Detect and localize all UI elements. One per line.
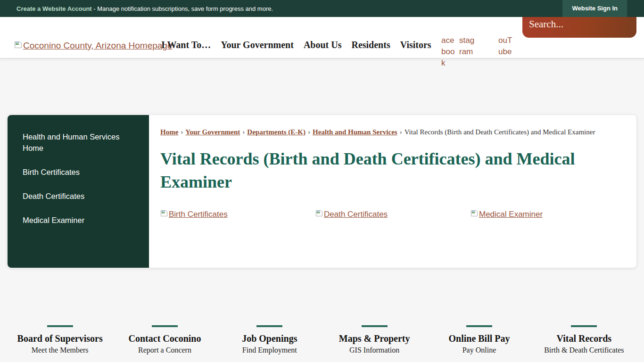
- sidebar-item-medical-examiner[interactable]: Medical Examiner: [23, 214, 136, 226]
- footer-subtitle: Find Employment: [217, 346, 322, 354]
- search-input[interactable]: [529, 18, 623, 30]
- footer-online-bill-pay[interactable]: Online Bill Pay Pay Online: [427, 325, 531, 354]
- footer-subtitle: Report a Concern: [112, 346, 217, 354]
- footer-accent-bar: [362, 325, 388, 327]
- homepage-logo-link[interactable]: Coconino County, Arizona Homepage: [14, 41, 173, 51]
- birth-certificates-link[interactable]: Birth Certificates: [160, 210, 228, 219]
- link-label: Medical Examiner: [479, 210, 543, 219]
- footer-contact-coconino[interactable]: Contact Coconino Report a Concern: [112, 325, 217, 354]
- footer-title: Job Openings: [217, 333, 322, 344]
- breadcrumb-home[interactable]: Home: [160, 128, 178, 136]
- sidebar-item-death-certificates[interactable]: Death Certificates: [23, 190, 136, 202]
- nav-i-want-to[interactable]: I Want To…: [161, 40, 211, 50]
- footer-title: Board of Supervisors: [8, 333, 112, 344]
- breadcrumb-separator: ›: [305, 128, 313, 136]
- nav-residents[interactable]: Residents: [351, 40, 390, 50]
- footer-subtitle: Birth & Death Certificates: [532, 346, 636, 354]
- main-content-panel: Health and Human Services Home Birth Cer…: [8, 115, 636, 268]
- content-area: Home›Your Government›Departments (E-K)›H…: [149, 115, 641, 268]
- breadcrumb-separator: ›: [240, 128, 247, 136]
- sidebar-item-hhs-home[interactable]: Health and Human Services Home: [23, 131, 136, 154]
- footer-quicklinks: Board of Supervisors Meet the Members Co…: [8, 325, 636, 354]
- search-box: [522, 16, 636, 38]
- broken-image-icon: [160, 210, 168, 219]
- nav-visitors[interactable]: Visitors: [400, 40, 431, 50]
- logo-alt-text: Coconino County, Arizona Homepage: [23, 41, 173, 51]
- left-sidebar: Health and Human Services Home Birth Cer…: [8, 115, 149, 268]
- header: Create a Website Account - Manage notifi…: [0, 0, 644, 58]
- footer-subtitle: GIS Information: [322, 346, 427, 354]
- facebook-link[interactable]: ace boo k: [441, 35, 457, 69]
- death-certificates-link[interactable]: Death Certificates: [315, 210, 388, 219]
- footer-accent-bar: [152, 325, 178, 327]
- breadcrumb-hhs[interactable]: Health and Human Services: [313, 128, 397, 136]
- link-label: Death Certificates: [324, 210, 388, 219]
- nav-about-us[interactable]: About Us: [304, 40, 342, 50]
- footer-title: Vital Records: [532, 333, 636, 344]
- breadcrumb-your-government[interactable]: Your Government: [185, 128, 240, 136]
- medical-examiner-link[interactable]: Medical Examiner: [471, 210, 543, 219]
- broken-image-icon: [14, 41, 22, 51]
- footer-title: Online Bill Pay: [427, 333, 531, 344]
- footer-title: Maps & Property: [322, 333, 427, 344]
- broken-image-icon: [471, 210, 478, 219]
- footer-vital-records[interactable]: Vital Records Birth & Death Certificates: [532, 325, 636, 354]
- breadcrumb-current: Vital Records (Birth and Death Certifica…: [405, 128, 595, 136]
- create-account-link[interactable]: Create a Website Account: [17, 5, 92, 12]
- footer-accent-bar: [256, 325, 282, 327]
- youtube-link[interactable]: ouT ube: [498, 35, 516, 58]
- footer-title: Contact Coconino: [112, 333, 217, 344]
- footer-maps-property[interactable]: Maps & Property GIS Information: [322, 325, 427, 354]
- footer-subtitle: Meet the Members: [8, 346, 112, 354]
- website-sign-in-button[interactable]: Website Sign In: [562, 0, 627, 17]
- content-links: Birth Certificates Death Certificates: [160, 210, 626, 219]
- breadcrumb: Home›Your Government›Departments (E-K)›H…: [160, 128, 626, 136]
- footer-board-of-supervisors[interactable]: Board of Supervisors Meet the Members: [8, 325, 112, 354]
- page-title: Vital Records (Birth and Death Certifica…: [160, 148, 626, 194]
- breadcrumb-departments-ek[interactable]: Departments (E-K): [247, 128, 305, 136]
- sidebar-item-birth-certificates[interactable]: Birth Certificates: [23, 166, 136, 178]
- footer-subtitle: Pay Online: [427, 346, 531, 354]
- footer-accent-bar: [466, 325, 492, 327]
- link-label: Birth Certificates: [169, 210, 228, 219]
- breadcrumb-separator: ›: [178, 128, 185, 136]
- footer-accent-bar: [47, 325, 73, 327]
- instagram-link[interactable]: stag ram: [459, 35, 479, 58]
- breadcrumb-separator: ›: [397, 128, 405, 136]
- account-tagline: - Manage notification subscriptions, sav…: [92, 5, 273, 12]
- footer-job-openings[interactable]: Job Openings Find Employment: [217, 325, 322, 354]
- top-utility-bar: Create a Website Account - Manage notifi…: [0, 0, 644, 17]
- nav-your-government[interactable]: Your Government: [221, 40, 294, 50]
- broken-image-icon: [315, 210, 323, 219]
- main-navigation: I Want To… Your Government About Us Resi…: [161, 40, 431, 50]
- footer-accent-bar: [571, 325, 597, 327]
